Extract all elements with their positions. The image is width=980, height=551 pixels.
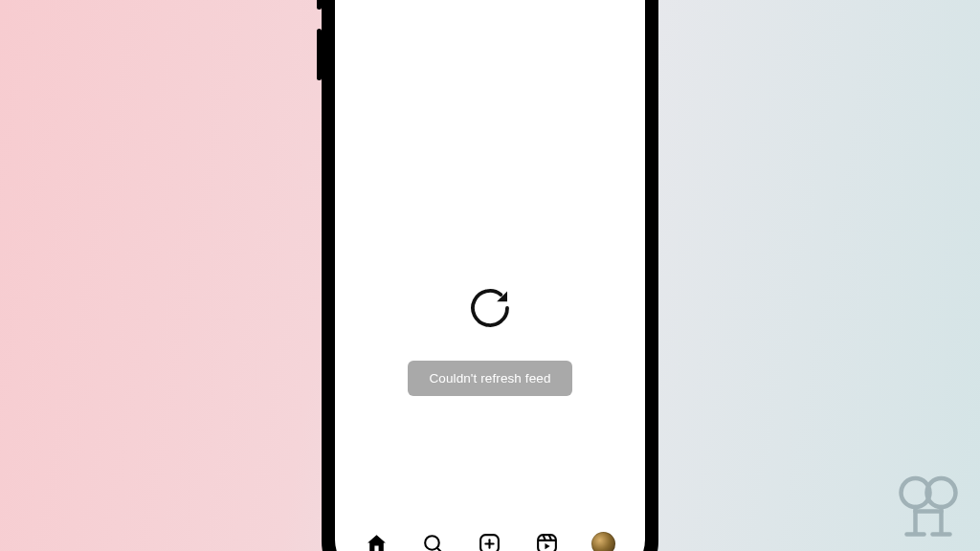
nav-search[interactable] (420, 530, 447, 551)
svg-line-1 (437, 547, 442, 551)
phone-side-button (317, 0, 322, 10)
reels-icon (535, 532, 559, 552)
nav-profile[interactable] (590, 530, 616, 551)
app-screenshot-canvas: Couldn't refresh feed (0, 0, 980, 551)
nav-home[interactable] (364, 530, 390, 551)
search-icon (421, 532, 445, 552)
svg-rect-5 (538, 535, 556, 551)
refresh-icon[interactable] (464, 282, 516, 334)
feed-empty-state: Couldn't refresh feed (335, 0, 645, 520)
phone-side-button (317, 29, 322, 80)
nav-create[interactable] (477, 530, 503, 551)
nav-reels[interactable] (533, 530, 560, 551)
home-icon (365, 532, 389, 552)
error-toast-text: Couldn't refresh feed (429, 371, 550, 386)
plus-square-icon (478, 532, 501, 552)
avatar (591, 532, 615, 552)
watermark-icon (894, 473, 963, 541)
phone-frame: Couldn't refresh feed (322, 0, 658, 551)
bottom-nav (335, 520, 645, 551)
phone-screen: Couldn't refresh feed (335, 0, 645, 551)
error-toast: Couldn't refresh feed (408, 361, 571, 396)
